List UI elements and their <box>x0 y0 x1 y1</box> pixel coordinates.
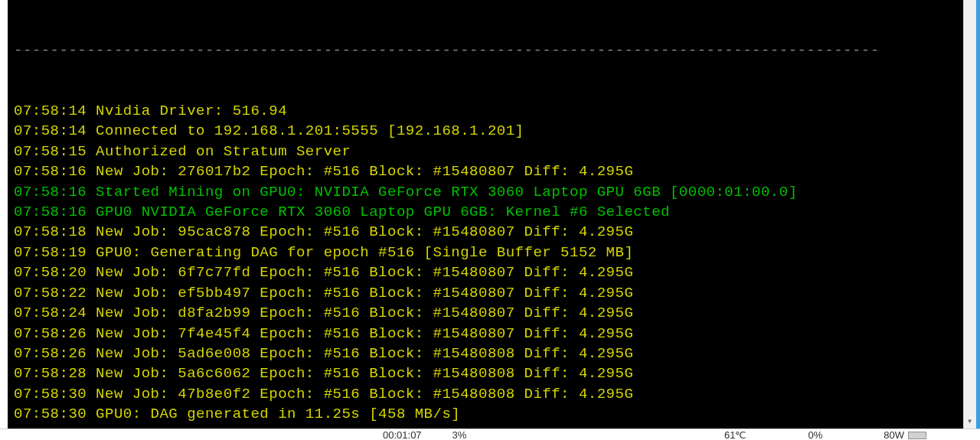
log-line: 07:58:26 New Job: 5ad6e008 Epoch: #516 B… <box>14 344 957 363</box>
status-temp: 61℃ <box>724 429 746 441</box>
log-line: 07:58:14 Connected to 192.168.1.201:5555… <box>14 121 957 141</box>
scroll-down-arrow-icon[interactable]: ▾ <box>967 416 972 427</box>
window-edge <box>976 0 980 429</box>
log-line: 07:58:28 New Job: 5a6c6062 Epoch: #516 B… <box>14 363 957 383</box>
log-line: 07:58:16 GPU0 NVIDIA GeForce RTX 3060 La… <box>14 202 957 222</box>
log-line: 07:58:14 Nvidia Driver: 516.94 <box>14 101 957 121</box>
log-line: 07:58:30 New Job: 47b8e0f2 Epoch: #516 B… <box>14 384 957 404</box>
status-power: 80W <box>884 429 926 441</box>
status-time: 00:01:07 <box>383 429 422 441</box>
divider-line: ----------------------------------------… <box>14 41 957 60</box>
status-cpu: 3% <box>452 429 467 441</box>
log-line: 07:58:19 GPU0: Generating DAG for epoch … <box>14 243 957 262</box>
log-line: 07:58:30 GPU0: DAG generated in 11.25s [… <box>14 404 957 424</box>
log-line: 07:58:20 New Job: 6f7c77fd Epoch: #516 B… <box>14 262 957 282</box>
log-line: 07:58:15 Authorized on Stratum Server <box>14 142 957 161</box>
log-line: 07:58:26 New Job: 7f4e45f4 Epoch: #516 B… <box>14 324 957 344</box>
log-line: 07:58:22 New Job: ef5bb497 Epoch: #516 B… <box>14 283 957 303</box>
terminal-window: ----------------------------------------… <box>0 0 980 429</box>
terminal-output[interactable]: ----------------------------------------… <box>8 0 963 429</box>
log-line: 07:58:18 New Job: 95cac878 Epoch: #516 B… <box>14 222 957 242</box>
log-line: 07:58:16 Started Mining on GPU0: NVIDIA … <box>14 182 957 202</box>
log-line: 07:58:24 New Job: d8fa2b99 Epoch: #516 B… <box>14 303 957 323</box>
status-mem: 0% <box>808 429 822 441</box>
log-line: 07:58:16 New Job: 276017b2 Epoch: #516 B… <box>14 161 957 181</box>
status-bar: 00:01:07 3% 61℃ 0% 80W <box>0 429 980 440</box>
power-indicator-icon <box>908 432 926 439</box>
